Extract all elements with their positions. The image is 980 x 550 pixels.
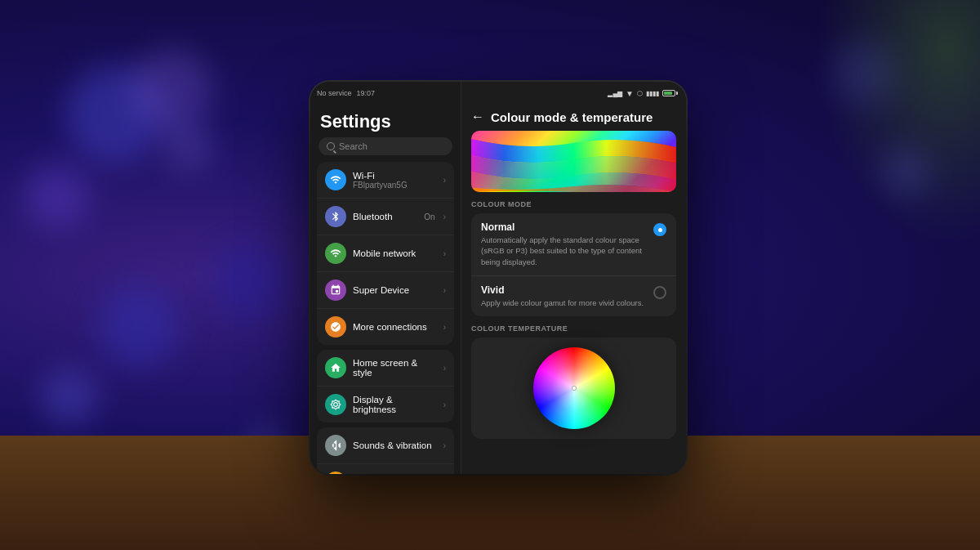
bluetooth-icon xyxy=(325,206,346,227)
more-connections-content: More connections xyxy=(353,322,437,332)
back-button[interactable]: ← xyxy=(471,110,484,124)
wifi-chevron: › xyxy=(443,176,446,185)
nav-header: ← Colour mode & temperature xyxy=(461,105,686,131)
signal-icon: ▂▄▆ xyxy=(608,90,622,97)
super-device-item[interactable]: Super Device › xyxy=(317,272,454,309)
home-screen-chevron: › xyxy=(443,364,446,373)
notifications-content: Notifications & status bar xyxy=(353,472,437,474)
bluetooth-label: Bluetooth xyxy=(353,212,417,221)
normal-mode-option[interactable]: Normal Automatically apply the standard … xyxy=(471,213,676,276)
sound-section: Sounds & vibration › Notifications & sta… xyxy=(317,427,454,474)
wifi-label: Wi-Fi xyxy=(353,171,437,181)
sounds-chevron: › xyxy=(443,441,446,450)
vivid-mode-text: Vivid Apply wide colour gamut for more v… xyxy=(481,284,647,308)
vivid-mode-option[interactable]: Vivid Apply wide colour gamut for more v… xyxy=(471,276,676,316)
sounds-vibration-label: Sounds & vibration xyxy=(353,440,437,450)
bluetooth-chevron: › xyxy=(443,212,446,221)
home-screen-content: Home screen & style xyxy=(353,358,437,378)
normal-mode-text: Normal Automatically apply the standard … xyxy=(481,221,647,267)
mobile-network-label: Mobile network xyxy=(353,248,437,258)
display-brightness-content: Display & brightness xyxy=(353,395,437,414)
bluetooth-item[interactable]: Bluetooth On › xyxy=(317,199,454,235)
sounds-vibration-content: Sounds & vibration xyxy=(353,440,437,450)
home-screen-item[interactable]: Home screen & style › xyxy=(317,350,454,387)
vivid-mode-radio[interactable] xyxy=(653,286,666,299)
colour-mode-section-label: COLOUR MODE xyxy=(461,200,686,213)
display-brightness-icon xyxy=(325,394,346,415)
mobile-network-content: Mobile network xyxy=(353,248,437,258)
notifications-label: Notifications & status bar xyxy=(353,472,437,474)
super-device-content: Super Device xyxy=(353,285,437,295)
display-section: Home screen & style › Display & brightne… xyxy=(317,350,454,423)
super-device-icon xyxy=(325,279,346,301)
mobile-chevron: › xyxy=(443,249,446,258)
colour-wheel-container xyxy=(471,338,676,439)
panel-title: Colour mode & temperature xyxy=(491,110,653,124)
search-placeholder: Search xyxy=(339,141,368,151)
notifications-item[interactable]: Notifications & status bar › xyxy=(317,464,454,474)
wifi-icon xyxy=(325,169,346,190)
wifi-item[interactable]: Wi-Fi FBlpartyvan5G › xyxy=(317,162,454,199)
search-bar[interactable]: Search xyxy=(318,137,452,155)
more-connections-icon xyxy=(325,316,346,338)
no-service-text: No service xyxy=(317,89,352,97)
colour-wheel-dot xyxy=(572,386,577,391)
normal-mode-desc: Automatically apply the standard colour … xyxy=(481,235,647,267)
notifications-icon xyxy=(325,472,346,474)
settings-list: Wi-Fi FBlpartyvan5G › Bluetooth On › xyxy=(310,162,461,474)
display-brightness-chevron: › xyxy=(443,400,446,409)
wifi-content: Wi-Fi FBlpartyvan5G xyxy=(353,171,437,190)
battery-status-icon: ▮▮▮▮ xyxy=(646,90,659,97)
bluetooth-value: On xyxy=(424,212,434,221)
normal-mode-name: Normal xyxy=(481,221,647,233)
settings-title: Settings xyxy=(310,105,461,137)
display-brightness-item[interactable]: Display & brightness › xyxy=(317,387,454,423)
time-text: 19:07 xyxy=(357,89,376,97)
wifi-status-icon: ▼ xyxy=(626,89,634,98)
colour-gradient-image xyxy=(471,131,676,192)
search-icon xyxy=(327,142,335,150)
colour-wheel[interactable] xyxy=(533,347,615,429)
plant-decoration xyxy=(817,0,980,245)
super-device-label: Super Device xyxy=(353,285,437,295)
bluetooth-content: Bluetooth xyxy=(353,212,417,221)
connectivity-section: Wi-Fi FBlpartyvan5G › Bluetooth On › xyxy=(317,162,454,345)
home-screen-label: Home screen & style xyxy=(353,358,437,378)
normal-mode-radio[interactable] xyxy=(653,223,666,236)
more-connections-chevron: › xyxy=(443,323,446,332)
vivid-mode-desc: Apply wide colour gamut for more vivid c… xyxy=(481,297,647,308)
more-connections-item[interactable]: More connections › xyxy=(317,309,454,345)
colour-temp-section-label: COLOUR TEMPERATURE xyxy=(461,324,686,338)
super-device-chevron: › xyxy=(443,286,446,295)
phone-device: No service 19:07 Settings Search Wi-Fi F… xyxy=(310,82,686,474)
home-screen-icon xyxy=(325,357,346,378)
status-bar-left: No service 19:07 xyxy=(310,82,461,105)
display-brightness-label: Display & brightness xyxy=(353,395,437,414)
sounds-vibration-item[interactable]: Sounds & vibration › xyxy=(317,427,454,464)
mobile-network-item[interactable]: Mobile network › xyxy=(317,235,454,272)
status-bar-right: ▂▄▆ ▼ ⬡ ▮▮▮▮ xyxy=(461,82,686,105)
gradient-overlay xyxy=(471,131,676,192)
vivid-mode-name: Vivid xyxy=(481,284,647,296)
wifi-value: FBlpartyvan5G xyxy=(353,181,437,190)
colour-mode-panel: ▂▄▆ ▼ ⬡ ▮▮▮▮ ← Colour mode & temperature xyxy=(461,82,686,474)
battery-icon xyxy=(662,90,678,96)
settings-left-panel: No service 19:07 Settings Search Wi-Fi F… xyxy=(310,82,461,474)
bluetooth-status-icon: ⬡ xyxy=(637,90,643,97)
mobile-network-icon xyxy=(325,243,346,264)
more-connections-label: More connections xyxy=(353,322,437,332)
colour-mode-options: Normal Automatically apply the standard … xyxy=(471,213,676,316)
sounds-vibration-icon xyxy=(325,435,346,456)
colour-temperature-section xyxy=(461,338,686,439)
